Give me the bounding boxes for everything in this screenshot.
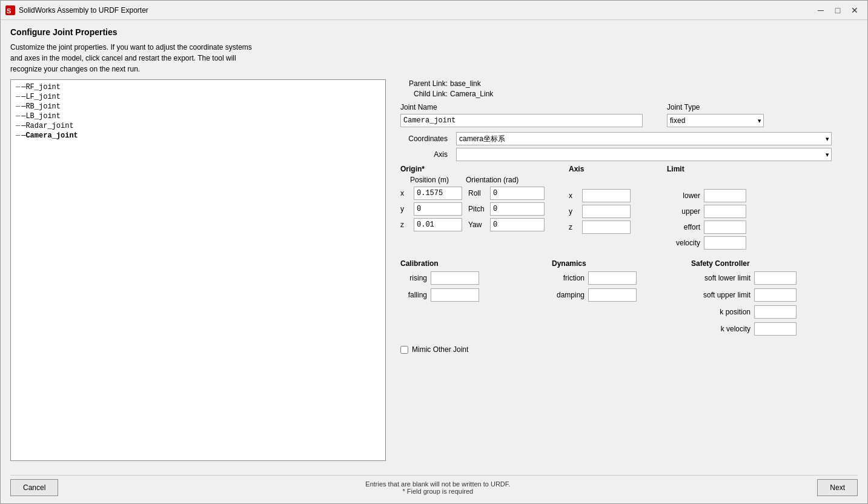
minimize-button[interactable]: ─ [813, 4, 829, 17]
axis-spacer [569, 176, 631, 187]
origin-section: Origin* Position (m) Orientation (rad) x… [400, 165, 545, 250]
z-label: z [400, 220, 410, 229]
k-velocity-label: k velocity [691, 325, 750, 333]
pitch-input[interactable] [490, 202, 545, 216]
axis-y-input[interactable] [582, 205, 631, 218]
lower-input[interactable] [704, 189, 746, 202]
dynamics-title: Dynamics [552, 259, 637, 268]
coordinates-select[interactable]: camera坐标系 [456, 132, 832, 145]
velocity-label: velocity [667, 239, 700, 247]
damping-input[interactable] [588, 288, 637, 302]
maximize-button[interactable]: □ [830, 4, 846, 17]
roll-input[interactable] [490, 187, 545, 200]
mimic-label[interactable]: Mimic Other Joint [412, 345, 468, 354]
x-label: x [400, 189, 410, 197]
k-velocity-row: k velocity [691, 322, 797, 336]
desc-line1: Customize the joint properties. If you w… [10, 42, 858, 53]
axis-z-input[interactable] [582, 220, 631, 234]
safety-section: Safety Controller soft lower limit soft … [691, 259, 797, 336]
axis-z-label: z [569, 223, 578, 231]
coordinates-label: Coordinates [400, 134, 448, 143]
limit-effort-row: effort [667, 220, 746, 234]
orientation-label: Orientation (rad) [466, 176, 545, 184]
friction-label: friction [552, 274, 585, 282]
joint-type-col: Joint Type fixedrevolutecontinuousprisma… [667, 103, 764, 127]
joint-type-label: Joint Type [667, 103, 764, 111]
desc-line3: recognize your changes on the next run. [10, 64, 858, 75]
k-position-input[interactable] [754, 305, 797, 319]
effort-input[interactable] [704, 220, 746, 234]
tree-item[interactable]: ─LB_joint [13, 111, 383, 121]
mimic-checkbox[interactable] [400, 346, 408, 354]
tree-item[interactable]: ─Radar_joint [13, 121, 383, 131]
footer-note2: * Field group is required [70, 488, 805, 495]
upper-input[interactable] [704, 205, 746, 218]
axis-x-row: x [569, 189, 631, 202]
joint-name-type-row: Joint Name Joint Type fixedrevoluteconti… [400, 103, 858, 127]
lower-label: lower [667, 191, 700, 200]
next-button[interactable]: Next [817, 479, 858, 496]
k-velocity-input[interactable] [754, 322, 797, 336]
effort-label: effort [667, 223, 700, 231]
parent-link-row: Parent Link: base_link [400, 79, 858, 88]
rising-input[interactable] [431, 271, 479, 285]
parent-link-label: Parent Link: [400, 79, 448, 88]
soft-upper-row: soft upper limit [691, 288, 797, 302]
axis-y-row: y [569, 205, 631, 218]
calibration-dynamics-safety-section: Calibration rising falling Dynamics [400, 259, 858, 336]
parent-link-value: base_link [450, 79, 481, 88]
title-bar: S SolidWorks Assembly to URDF Exporter ─… [1, 1, 867, 20]
yaw-label: Yaw [468, 220, 486, 229]
limit-section: Limit lower upper [667, 165, 746, 250]
footer-right: Next [817, 479, 858, 496]
origin-y-row: y Pitch [400, 202, 545, 216]
tree-item[interactable]: ─Camera_joint [13, 131, 383, 141]
origin-x-input[interactable] [414, 187, 462, 200]
joint-tree[interactable]: ─RF_joint─LF_joint─RB_joint─LB_joint─Rad… [10, 79, 386, 461]
position-label: Position (m) [410, 176, 459, 184]
joint-type-select[interactable]: fixedrevolutecontinuousprismaticfloating… [667, 114, 764, 127]
cancel-button[interactable]: Cancel [10, 479, 58, 496]
soft-upper-input[interactable] [754, 288, 797, 302]
axis-vals-section: Axis x y z [569, 165, 631, 250]
axis-label: Axis [400, 150, 448, 159]
title-bar-left: S SolidWorks Assembly to URDF Exporter [5, 5, 148, 15]
child-link-value: Camera_Link [450, 90, 493, 98]
axis-x-input[interactable] [582, 189, 631, 202]
soft-lower-input[interactable] [754, 271, 797, 285]
origin-x-row: x Roll [400, 187, 545, 200]
y-label: y [400, 205, 410, 213]
coordinates-wrapper: camera坐标系 [456, 132, 832, 145]
soft-upper-label: soft upper limit [691, 291, 750, 299]
tree-item[interactable]: ─RF_joint [13, 82, 383, 92]
joint-name-input[interactable] [400, 114, 643, 127]
limit-upper-row: upper [667, 205, 746, 218]
axis-row: Axis [400, 148, 858, 161]
tree-item[interactable]: ─LF_joint [13, 92, 383, 102]
title-bar-controls: ─ □ ✕ [813, 4, 863, 17]
axis-x-label: x [569, 191, 578, 200]
origin-y-input[interactable] [414, 202, 462, 216]
velocity-input[interactable] [704, 236, 746, 250]
friction-input[interactable] [588, 271, 637, 285]
child-link-label: Child Link: [400, 90, 448, 98]
origin-axis-limit-section: Origin* Position (m) Orientation (rad) x… [400, 165, 858, 250]
desc-line2: and axes in the model, click cancel and … [10, 53, 858, 64]
falling-input[interactable] [431, 288, 479, 302]
origin-z-row: z Yaw [400, 218, 545, 231]
calibration-section: Calibration rising falling [400, 259, 479, 336]
yaw-input[interactable] [490, 218, 545, 231]
page-description: Customize the joint properties. If you w… [10, 42, 858, 75]
tree-item[interactable]: ─RB_joint [13, 102, 383, 111]
axis-select[interactable] [456, 148, 832, 161]
child-link-row: Child Link: Camera_Link [400, 90, 858, 98]
upper-label: upper [667, 207, 700, 216]
close-button[interactable]: ✕ [847, 4, 863, 17]
coordinates-row: Coordinates camera坐标系 [400, 132, 858, 145]
limit-title: Limit [667, 165, 746, 173]
page-title: Configure Joint Properties [10, 27, 858, 37]
properties-area: Parent Link: base_link Child Link: Camer… [396, 79, 858, 470]
origin-z-input[interactable] [414, 218, 462, 231]
pos-orient-headers: Position (m) Orientation (rad) [410, 176, 545, 184]
calibration-title: Calibration [400, 259, 479, 268]
